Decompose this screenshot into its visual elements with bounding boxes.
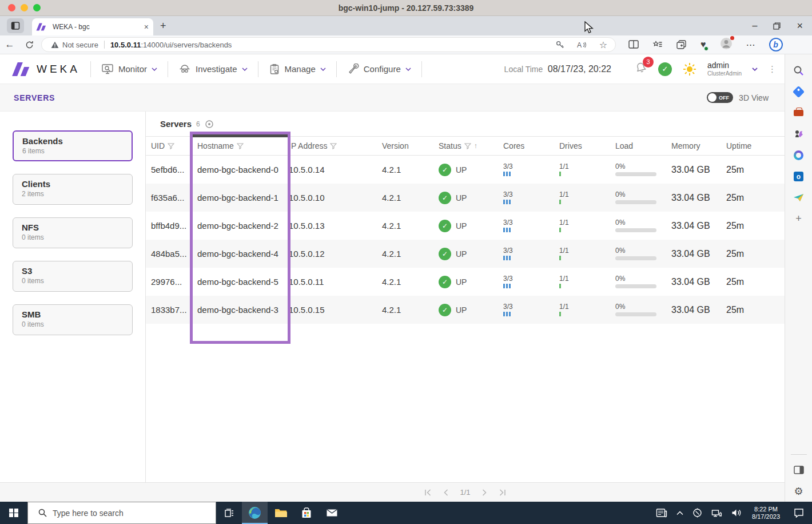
sidebar-item-backends[interactable]: Backends 6 items bbox=[13, 130, 133, 161]
favorites-bar-icon[interactable] bbox=[652, 40, 663, 49]
not-secure-label[interactable]: Not secure bbox=[62, 41, 98, 49]
nav-monitor[interactable]: Monitor bbox=[91, 54, 168, 84]
nav-configure[interactable]: Configure bbox=[337, 54, 421, 84]
filter-icon[interactable] bbox=[330, 143, 337, 149]
sidebar-panel-button[interactable] bbox=[785, 459, 812, 481]
sidebar-item-smb[interactable]: SMB 0 items bbox=[13, 304, 133, 335]
user-chevron-down-icon[interactable] bbox=[752, 68, 758, 71]
tab-actions-menu-button[interactable] bbox=[7, 18, 24, 33]
3d-view-toggle[interactable]: OFF bbox=[707, 92, 733, 103]
prev-page-button[interactable] bbox=[443, 489, 448, 496]
cell-memory: 33.04 GB bbox=[671, 193, 726, 203]
table-row[interactable]: 29976... demo-bgc-backend-5 10.5.0.11 4.… bbox=[146, 268, 785, 296]
next-page-button[interactable] bbox=[482, 489, 487, 496]
address-bar[interactable]: Not secure 10.5.0.11:14000/ui/servers/ba… bbox=[41, 37, 616, 52]
col-header-drives[interactable]: Drives bbox=[559, 141, 615, 150]
windows-logo-icon bbox=[9, 509, 18, 518]
first-page-button[interactable] bbox=[424, 489, 432, 496]
col-header-cores[interactable]: Cores bbox=[503, 141, 559, 150]
cluster-health-ok-icon[interactable]: ✓ bbox=[658, 62, 672, 76]
refresh-button[interactable] bbox=[19, 41, 39, 49]
close-icon[interactable]: × bbox=[797, 21, 803, 31]
sidebar-item-s3[interactable]: S3 0 items bbox=[13, 261, 133, 292]
last-page-button[interactable] bbox=[499, 489, 506, 496]
minimize-icon[interactable]: – bbox=[753, 21, 758, 30]
col-header-uptime[interactable]: Uptime bbox=[726, 141, 785, 150]
taskbar-edge-button[interactable] bbox=[242, 502, 268, 524]
new-tab-button[interactable]: + bbox=[160, 21, 166, 31]
tab-close-icon[interactable]: × bbox=[144, 23, 149, 31]
cell-hostname: demo-bgc-backend-1 bbox=[197, 193, 289, 203]
col-header-ip[interactable]: IP Address bbox=[289, 141, 382, 150]
widgets-news-button[interactable] bbox=[651, 508, 672, 518]
nav-configure-label: Configure bbox=[364, 64, 401, 74]
sidebar-search-button[interactable] bbox=[785, 60, 812, 81]
task-view-button[interactable] bbox=[216, 502, 242, 524]
table-row[interactable]: 484ba5... demo-bgc-backend-4 10.5.0.12 4… bbox=[146, 240, 785, 268]
tray-expand-button[interactable] bbox=[672, 511, 688, 515]
action-center-button[interactable] bbox=[786, 508, 812, 518]
header-kebab-menu[interactable]: ⋮ bbox=[768, 64, 777, 74]
table-row[interactable]: f635a6... demo-bgc-backend-1 10.5.0.10 4… bbox=[146, 184, 785, 212]
tray-ime-button[interactable] bbox=[688, 508, 707, 518]
browser-essentials-button[interactable]: ♥ bbox=[700, 39, 706, 50]
load-bar bbox=[615, 172, 656, 176]
search-input[interactable] bbox=[53, 509, 190, 518]
password-key-icon[interactable] bbox=[556, 41, 564, 49]
sidebar-settings-button[interactable]: ⚙ bbox=[785, 481, 812, 502]
sort-ascending-icon[interactable]: ↑ bbox=[474, 142, 477, 150]
restore-icon[interactable] bbox=[773, 22, 781, 30]
profile-button[interactable] bbox=[720, 37, 733, 52]
sidebar-copilot-button[interactable] bbox=[785, 145, 812, 166]
filter-icon[interactable] bbox=[168, 143, 174, 149]
sidebar-outlook-button[interactable]: o bbox=[785, 166, 812, 187]
filter-icon[interactable] bbox=[237, 143, 244, 149]
col-header-version[interactable]: Version bbox=[382, 141, 439, 150]
watch-eye-icon[interactable] bbox=[205, 120, 214, 129]
sidebar-add-button[interactable]: + bbox=[785, 208, 812, 229]
favorite-star-icon[interactable]: ☆ bbox=[599, 39, 607, 50]
sidebar-drop-button[interactable] bbox=[785, 187, 812, 208]
sidebar-item-clients[interactable]: Clients 2 items bbox=[13, 174, 133, 205]
taskbar-mail-button[interactable] bbox=[319, 502, 345, 524]
col-header-status[interactable]: Status↑ bbox=[439, 141, 503, 150]
bing-chat-icon[interactable]: b bbox=[769, 38, 783, 51]
sidebar-tools-button[interactable] bbox=[785, 102, 812, 124]
nav-investigate[interactable]: Investigate bbox=[168, 54, 258, 84]
sidebar-games-button[interactable] bbox=[785, 124, 812, 145]
col-header-load[interactable]: Load bbox=[615, 141, 671, 150]
tray-volume-button[interactable] bbox=[727, 509, 746, 517]
sidebar-shopping-button[interactable] bbox=[785, 81, 812, 102]
taskbar-search[interactable] bbox=[27, 502, 216, 524]
filter-icon[interactable] bbox=[464, 143, 471, 149]
col-header-hostname[interactable]: Hostname bbox=[197, 141, 289, 150]
taskbar-file-explorer-button[interactable] bbox=[268, 502, 293, 524]
theme-sun-icon[interactable] bbox=[682, 62, 697, 77]
start-button[interactable] bbox=[0, 502, 27, 524]
weka-brand[interactable]: WEKA bbox=[0, 62, 90, 76]
tray-clock[interactable]: 8:22 PM 8/17/2023 bbox=[746, 506, 786, 521]
collections-icon[interactable] bbox=[676, 40, 687, 49]
load-percent: 0% bbox=[615, 219, 671, 227]
table-row[interactable]: 1833b7... demo-bgc-backend-3 10.5.0.15 4… bbox=[146, 296, 785, 324]
back-button[interactable]: ← bbox=[0, 39, 19, 50]
cell-ip: 10.5.0.11 bbox=[289, 277, 382, 287]
read-aloud-icon[interactable]: A bbox=[577, 41, 587, 49]
url-text[interactable]: 10.5.0.11:14000/ui/servers/backends bbox=[110, 41, 232, 49]
notifications-button[interactable]: 3 bbox=[634, 61, 648, 77]
weka-header: WEKA Monitor Investigate Manage bbox=[0, 54, 785, 84]
browser-menu-button[interactable]: ⋯ bbox=[746, 39, 755, 50]
user-menu[interactable]: admin ClusterAdmin bbox=[707, 61, 742, 76]
col-header-memory[interactable]: Memory bbox=[671, 141, 726, 150]
nav-manage[interactable]: Manage bbox=[258, 54, 336, 84]
tray-network-button[interactable] bbox=[707, 509, 727, 518]
cell-ip: 10.5.0.12 bbox=[289, 249, 382, 259]
table-row[interactable]: 5efbd6... demo-bgc-backend-0 10.5.0.14 4… bbox=[146, 156, 785, 184]
sidebar-item-nfs[interactable]: NFS 0 items bbox=[13, 217, 133, 248]
table-row[interactable]: bffb4d9... demo-bgc-backend-2 10.5.0.13 … bbox=[146, 212, 785, 240]
browser-tab[interactable]: WEKA - bgc × bbox=[32, 18, 153, 35]
col-header-uid[interactable]: UID bbox=[151, 141, 197, 150]
search-icon bbox=[793, 65, 804, 76]
split-screen-icon[interactable] bbox=[628, 40, 639, 49]
taskbar-store-button[interactable] bbox=[293, 502, 319, 524]
